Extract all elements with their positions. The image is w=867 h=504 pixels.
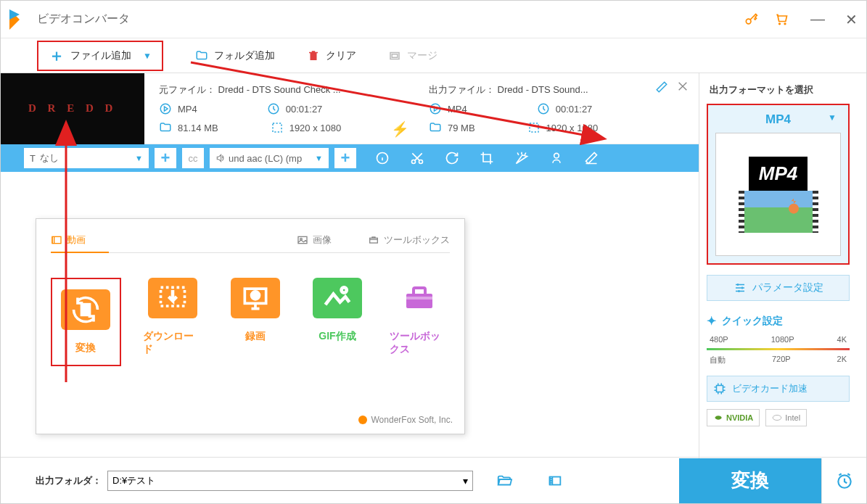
svg-point-0 — [746, 19, 751, 24]
download-icon — [148, 278, 197, 318]
output-path-value: D:¥テスト — [112, 474, 155, 487]
subtitle-value: なし — [40, 152, 59, 165]
out-resolution: 1920 x 1080 — [546, 123, 599, 133]
footer: 出力フォルダ： D:¥テスト ▾ 変換 — [1, 457, 866, 503]
rotate-icon[interactable] — [445, 151, 459, 165]
tab-image[interactable]: 画像 — [297, 234, 332, 247]
sliders-icon — [734, 281, 747, 294]
param-settings-button[interactable]: パラメータ設定 — [707, 275, 850, 301]
video-thumbnail[interactable]: D R E D D — [1, 73, 144, 144]
clear-button[interactable]: クリア — [307, 49, 356, 62]
tile-toolbox[interactable]: ツールボックス — [390, 278, 450, 366]
svg-point-25 — [251, 292, 259, 299]
svg-rect-5 — [273, 123, 282, 132]
tab-video[interactable]: 動画 — [51, 234, 86, 247]
merge-label: マージ — [407, 49, 437, 62]
remove-icon[interactable] — [677, 80, 689, 92]
effects-icon[interactable] — [514, 151, 529, 165]
tile-record-label: 録画 — [245, 330, 266, 343]
tab-toolbox[interactable]: ツールボックス — [368, 234, 450, 247]
out-format: MP4 — [448, 104, 467, 115]
resolution-icon — [271, 121, 284, 134]
merge-button[interactable]: マージ — [388, 49, 437, 62]
folder-plus-icon — [195, 49, 208, 62]
src-format: MP4 — [178, 104, 197, 115]
tools-panel: 動画 画像 ツールボックス 変換 ダウンロード — [36, 218, 465, 434]
mp4-badge: MP4 — [749, 157, 808, 191]
tile-download[interactable]: ダウンロード — [143, 278, 203, 366]
cut-icon[interactable] — [410, 151, 424, 165]
format-name: MP4 — [765, 112, 791, 127]
res-1080p: 1080P — [771, 335, 794, 344]
app-logo-icon — [9, 9, 30, 30]
add-file-label: ファイル追加 — [70, 49, 131, 62]
convert-icon — [61, 289, 110, 330]
info-icon[interactable] — [375, 151, 390, 165]
record-icon — [231, 278, 280, 318]
crop-icon[interactable] — [480, 151, 494, 165]
clock-icon — [537, 102, 550, 115]
cc-button[interactable]: cc — [182, 148, 204, 168]
svg-point-3 — [160, 104, 170, 114]
audio-select[interactable]: und aac (LC) (mp ▼ — [210, 148, 329, 168]
filmstrip-icon — [739, 191, 818, 233]
format-icon — [429, 102, 442, 115]
app-title: ビデオコンバータ — [37, 12, 744, 27]
format-label: 出力フォーマットを選択 — [707, 80, 850, 104]
image-tab-icon — [297, 234, 308, 246]
res-4k: 4K — [837, 335, 847, 344]
tile-gif[interactable]: GIF作成 — [307, 278, 367, 366]
subtitle-select[interactable]: T なし ▼ — [24, 148, 149, 168]
film-folder-icon[interactable] — [547, 473, 563, 489]
src-duration: 00:01:27 — [286, 104, 323, 115]
speaker-icon — [215, 153, 226, 163]
tile-convert[interactable]: 変換 — [51, 278, 121, 366]
cart-icon[interactable] — [774, 12, 789, 27]
brand-footer: WonderFox Soft, Inc. — [358, 415, 453, 425]
watermark-icon[interactable] — [549, 151, 564, 165]
clock-icon — [267, 102, 280, 115]
gpu-accel-button[interactable]: ビデオカード加速 — [707, 376, 850, 402]
nvidia-chip[interactable]: NVIDIA — [707, 409, 760, 426]
video-tab-icon — [51, 234, 62, 246]
tile-convert-label: 変換 — [75, 342, 96, 355]
svg-rect-2 — [392, 54, 398, 57]
open-folder-icon[interactable] — [496, 473, 512, 489]
src-resolution: 1920 x 1080 — [289, 123, 342, 133]
convert-button[interactable]: 変換 — [679, 458, 821, 503]
out-filename: 出力ファイル： Dredd - DTS Sound... — [429, 83, 588, 96]
edit-pen-icon[interactable] — [584, 151, 599, 165]
schedule-button[interactable] — [821, 458, 866, 503]
output-format-box[interactable]: MP4 ▼ MP4 — [707, 104, 850, 265]
tile-record[interactable]: 録画 — [225, 278, 285, 366]
add-subtitle-button[interactable]: + — [155, 148, 176, 168]
resolution-slider[interactable] — [707, 348, 850, 350]
clear-label: クリア — [326, 49, 356, 62]
svg-rect-18 — [52, 236, 61, 243]
gpu-label: ビデオカード加速 — [732, 382, 808, 395]
add-file-button[interactable]: ＋ ファイル追加 ▼ — [37, 41, 163, 71]
close-button[interactable]: ✕ — [845, 11, 858, 28]
add-folder-button[interactable]: フォルダ追加 — [195, 49, 275, 62]
add-audio-button[interactable]: + — [334, 148, 356, 168]
titlebar: ビデオコンバータ — ✕ — [1, 1, 866, 38]
res-2k: 2K — [837, 355, 847, 365]
svg-point-6 — [430, 104, 440, 114]
format-icon — [159, 102, 172, 115]
chevron-down-icon: ▼ — [315, 154, 323, 162]
output-path-select[interactable]: D:¥テスト ▾ — [107, 471, 473, 491]
src-filename: 元ファイル： Dredd - DTS Sound Check ... — [159, 83, 341, 96]
output-folder-label: 出力フォルダ： — [36, 474, 102, 487]
chip-icon — [713, 382, 726, 395]
svg-rect-21 — [370, 238, 378, 243]
plus-icon: ✦ — [707, 314, 716, 328]
src-size: 81.14 MB — [178, 123, 218, 133]
key-icon[interactable] — [744, 12, 758, 27]
audio-value: und aac (LC) (mp — [229, 153, 302, 164]
size-icon — [429, 121, 442, 134]
file-row[interactable]: D R E D D 元ファイル： Dredd - DTS Sound Check… — [1, 73, 699, 144]
edit-icon[interactable] — [655, 80, 668, 94]
minimize-button[interactable]: — — [810, 11, 825, 28]
svg-point-12 — [554, 153, 559, 158]
intel-chip[interactable]: Intel — [765, 409, 807, 426]
